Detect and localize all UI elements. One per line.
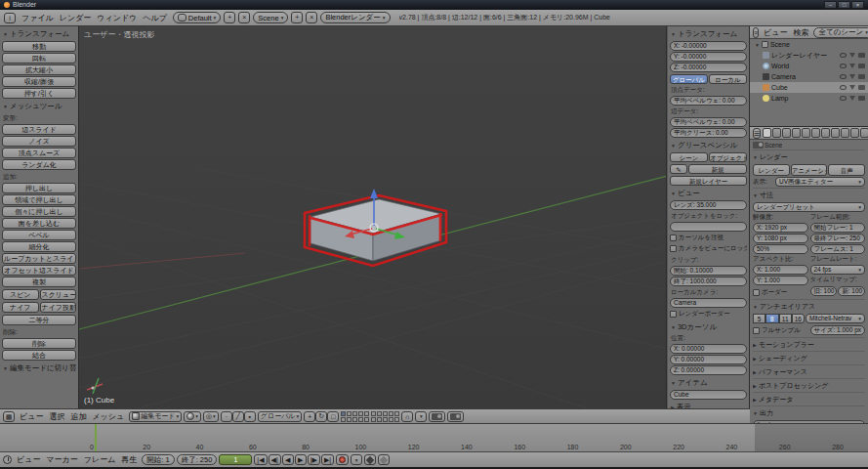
frame-end-field[interactable]: 終了: 250 <box>177 454 218 465</box>
full-sample-checkbox[interactable]: フルサンプル <box>753 326 808 335</box>
gp-draw-icon[interactable]: ✎ <box>670 164 687 174</box>
space-toggle-button[interactable]: ローカル <box>709 74 747 84</box>
number-field[interactable]: 最終フレー: 250 <box>810 234 866 243</box>
tool-button[interactable]: ループカットとスライド <box>2 253 76 264</box>
tool-button[interactable]: ノイズ <box>2 136 76 147</box>
local-camera-field[interactable]: Camera <box>670 298 747 308</box>
properties-tab[interactable] <box>841 128 849 138</box>
panel-header-output[interactable]: ▼出力 <box>753 405 865 419</box>
properties-tab[interactable] <box>763 128 771 138</box>
layers-widget[interactable] <box>341 411 369 422</box>
visibility-toggles[interactable] <box>840 53 865 58</box>
select-mode-button[interactable]: ╱ <box>232 411 244 422</box>
tool-button[interactable]: ランダム化 <box>2 159 76 170</box>
menu-item[interactable]: ビュー <box>761 27 790 38</box>
panel-header-render[interactable]: ▼レンダー <box>753 149 865 163</box>
properties-tab[interactable] <box>860 128 868 138</box>
number-field[interactable]: Y: -0.00000 <box>670 52 747 62</box>
collapse-triangle-icon[interactable]: ▼ <box>755 42 760 48</box>
number-field[interactable]: 新: 100 <box>838 286 865 296</box>
lock-to-cursor-checkbox[interactable]: カーソルを注視 <box>670 234 747 242</box>
visibility-toggles[interactable] <box>840 64 865 68</box>
number-field[interactable]: 平均ベベルウェ: 0.00 <box>670 117 747 127</box>
panel-header-dimensions[interactable]: ▼寸法 <box>753 188 865 201</box>
scene-selector[interactable]: Scene▾ <box>253 12 288 23</box>
menu-item[interactable]: フレーム <box>81 454 119 465</box>
panel-header-antialiasing[interactable]: ▼アンチエイリアス <box>753 299 865 313</box>
number-field[interactable]: X: -0.00000 <box>670 41 747 51</box>
info-editor-icon[interactable]: i <box>4 13 16 23</box>
outliner-item[interactable]: Cube <box>750 82 868 93</box>
panel-header-transform[interactable]: ▼トランスフォーム <box>670 27 747 40</box>
select-mode-button[interactable]: · <box>221 411 232 422</box>
panel-header-transform[interactable]: ▼トランスフォーム <box>2 27 76 40</box>
number-field[interactable]: 平均クリース: 0.00 <box>670 128 747 138</box>
add-scene-button[interactable]: + <box>291 12 303 23</box>
number-field[interactable]: Z: 0.00000 <box>670 365 747 375</box>
render-display-selector[interactable]: UV画像エディター▾ <box>775 177 865 187</box>
delete-layout-button[interactable]: × <box>238 12 250 23</box>
snap-magnet-button[interactable]: ∩ <box>401 411 413 422</box>
number-field[interactable]: Y: 1.000 <box>753 276 808 285</box>
panel-header-collapsed[interactable]: ▶シェーディング <box>753 351 865 364</box>
timeline-track[interactable]: 020406080100120140160180200220240260280 <box>0 423 868 451</box>
aa-samples-button[interactable]: 8 <box>765 314 778 323</box>
menu-item[interactable]: ヘルプ <box>140 13 170 23</box>
tool-button[interactable]: 削除 <box>2 338 76 349</box>
screen-layout-selector[interactable]: Default▾ <box>173 12 222 23</box>
panel-header-view[interactable]: ▼ビュー <box>670 187 747 199</box>
playback-button[interactable]: ◀ <box>282 454 294 465</box>
tool-button[interactable]: 押す/引く <box>2 88 76 99</box>
fps-selector[interactable]: 24 fps▾ <box>810 265 866 275</box>
aa-samples-button[interactable]: 11 <box>779 314 792 323</box>
render-opengl-button[interactable] <box>429 411 445 422</box>
properties-tab[interactable] <box>850 128 859 138</box>
menu-item[interactable]: 選択 <box>46 411 67 422</box>
panel-header-grease-pencil[interactable]: ▼グリースペンシル <box>670 139 747 151</box>
tool-button[interactable]: スピン <box>2 289 39 300</box>
auto-keyframe-button[interactable] <box>336 454 349 465</box>
select-mode-button[interactable]: ▪ <box>244 411 256 422</box>
properties-tab[interactable] <box>782 128 791 138</box>
editor-type-icon[interactable]: ☰ <box>753 128 761 139</box>
render-engine-selector[interactable]: Blenderレンダー▾ <box>320 12 390 23</box>
lock-camera-checkbox[interactable]: カメラをビューにロック <box>670 244 747 253</box>
panel-header-collapsed[interactable]: ▶メタデータ <box>753 392 865 405</box>
tool-button[interactable]: スクリュー <box>40 289 77 300</box>
tool-button[interactable]: ナイフ投影 <box>40 302 77 313</box>
keying-set-selector[interactable]: ▾ <box>351 454 362 465</box>
menu-item[interactable]: 検索 <box>790 27 811 38</box>
shading-selector[interactable]: ▾ <box>184 411 201 422</box>
menu-item[interactable]: ウィンドウ <box>94 13 140 23</box>
outliner-item[interactable]: レンダーレイヤー <box>750 50 868 61</box>
manipulator-toggle[interactable]: □ <box>327 411 339 422</box>
tool-button[interactable]: 収縮/膨張 <box>2 76 76 87</box>
number-field[interactable]: 平均ベベルウェ: 0.00 <box>670 96 747 106</box>
gp-source-button[interactable]: シーン <box>670 152 708 162</box>
number-field[interactable]: 50% <box>753 244 808 254</box>
manipulator-toggle[interactable]: + <box>304 411 315 422</box>
menu-item[interactable]: レンダー <box>57 13 95 23</box>
render-button[interactable]: レンダー <box>753 164 790 176</box>
properties-tab[interactable] <box>831 128 840 138</box>
close-button[interactable]: × <box>851 1 864 9</box>
playback-button[interactable]: ▶ <box>295 454 307 465</box>
tool-button[interactable]: 押し出し <box>2 183 76 193</box>
properties-tab[interactable] <box>821 128 830 138</box>
tool-button[interactable]: 移動 <box>2 41 76 52</box>
editor-type-icon[interactable]: ▦ <box>3 411 15 422</box>
tool-button[interactable]: 個々に押し出し <box>2 206 76 217</box>
3d-viewport[interactable]: ユーザー・透視投影 (1) Cube <box>79 26 667 408</box>
panel-header-collapsed[interactable]: ▶パフォーマンス <box>753 364 865 378</box>
menu-item[interactable]: 追加 <box>67 411 89 422</box>
menu-item[interactable]: ファイル <box>19 13 57 23</box>
menu-item[interactable]: ビュー <box>14 454 43 465</box>
playback-button[interactable]: ▶| <box>321 454 334 465</box>
aa-size-field[interactable]: サイズ: 1.000 px <box>810 325 866 335</box>
manipulator-toggle[interactable]: ↻ <box>315 411 327 422</box>
panel-header-display[interactable]: ▶表示 <box>670 401 747 408</box>
panel-header-collapsed[interactable]: ▶ポストプロセッシング <box>753 378 865 392</box>
tool-button[interactable]: 拡大縮小 <box>2 64 76 75</box>
gp-new-layer-button[interactable]: 新規レイヤー <box>670 176 747 186</box>
tool-button[interactable]: 辺スライド <box>2 124 76 135</box>
